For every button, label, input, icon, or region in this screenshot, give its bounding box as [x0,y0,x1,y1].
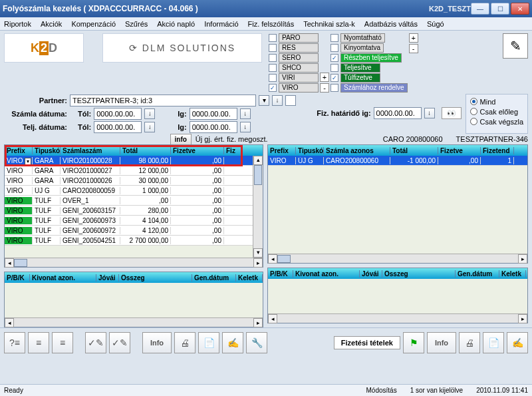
table-row[interactable]: VIROÚJ GCARO200800060-1 000,00,001 [268,156,527,166]
menu-akciók[interactable]: Akciók [41,20,62,28]
telj-ig-input[interactable] [190,121,237,133]
th-számlaszám[interactable]: Számlaszám [61,147,120,154]
checkbox-viri[interactable] [269,74,277,82]
th-keletk[interactable]: Keletk [499,270,526,278]
radio-mind[interactable] [470,98,477,105]
print-button-2[interactable]: 🖨 [459,332,480,353]
table-row[interactable]: VIROTÚLFOVER_1,00,00 [5,196,263,206]
table-row[interactable]: VIROTÚLFGENI_2006009734 104,00,00 [5,216,263,226]
checkbox-res[interactable] [269,44,277,52]
table-row[interactable]: VIROÚJ GCARO2008000591 000,00,00 [5,186,263,196]
tool-5[interactable]: ✓✎ [109,332,130,353]
tool-10[interactable]: 🔧 [246,332,267,353]
checkbox-sero[interactable] [269,54,277,62]
prefix-add-button[interactable]: + [320,73,329,82]
th-összeg[interactable]: Összeg [119,274,192,282]
table-row[interactable]: VIROGARAVIRO20100002630 000,00,00 [5,176,263,186]
szamla-ig-input[interactable] [190,108,237,120]
table-row[interactable]: VIROTÚLFGENI_2006009724 120,00,00 [5,226,263,236]
tool-14[interactable]: 📄 [483,332,504,353]
th-keletk[interactable]: Keletk [236,274,263,282]
th-prefix[interactable]: Prefix [5,147,33,154]
checkbox-viro[interactable]: ✓ [269,84,277,92]
th-p/b/k[interactable]: P/B/K [5,274,30,282]
checkbox-túlfizetve[interactable]: ✓ [331,74,338,82]
tool-8[interactable]: 📄 [198,332,219,353]
th-kivonat azon.[interactable]: Kivonat azon. [293,270,360,278]
tool-3[interactable]: ≡ [52,332,73,353]
table-row[interactable]: VIROTÚLFGENI_200603157280,00,00 [5,206,263,216]
right-bottom-hscroll[interactable]: ◂▸ [268,313,527,323]
checkbox-paro[interactable] [269,34,277,42]
menu-súgó[interactable]: Súgó [427,20,444,28]
th-jóvái[interactable]: Jóvái [360,270,382,278]
menu-adatbázis váltás[interactable]: Adatbázis váltás [364,20,418,28]
th-tipuskó[interactable]: Tipuskó [33,147,61,154]
table-row[interactable]: VIROGARAVIRO20100002712 000,00,00 [5,166,263,176]
status-add-button[interactable]: + [409,33,418,43]
info-button[interactable]: Info [142,332,172,353]
checkbox-részben teljesítve[interactable]: ✓ [331,54,338,62]
th-fizetend[interactable]: Fizetend [481,147,514,154]
checkbox-számlához rendelve[interactable] [331,84,338,92]
menu-információ[interactable]: Információ [204,20,238,28]
tool-15[interactable]: ✍ [507,332,528,353]
partner-dropdown[interactable]: ▾ [259,95,269,106]
th-fiz[interactable]: Fiz [224,147,243,154]
th-gen.dátum[interactable]: Gen.dátum [456,270,499,278]
minimize-button[interactable]: — [471,3,489,15]
table-row[interactable]: VIRO ▾GARAVIRO20100002898 000,00,00 [5,156,263,166]
th-fizetve[interactable]: Fizetve [438,147,481,154]
left-table-vscroll[interactable]: ▴ ▾ [253,156,263,258]
checkbox-nyomtatható[interactable] [331,34,338,42]
info-button-2[interactable]: Info [427,332,456,353]
th-fizetve[interactable]: Fizetve [171,147,224,154]
left-table-hscroll[interactable]: ◂▸ [5,258,263,267]
szamla-ig-picker[interactable]: ↓ [240,108,251,119]
info-button-small[interactable]: info [170,134,192,145]
szamla-tol-input[interactable] [94,108,142,120]
tool-9[interactable]: ✍ [222,332,243,353]
edit-button[interactable]: ✎ [503,33,528,59]
tool-2[interactable]: ≡ [28,332,49,353]
close-button[interactable]: ✕ [511,3,529,15]
menu-riportok[interactable]: Riportok [4,20,31,28]
menu-fiz. felszólítás[interactable]: Fiz. felszólítás [248,20,295,28]
fiz-hatarido-input[interactable] [374,107,422,119]
checkbox-teljesítve[interactable] [331,64,338,72]
th-gen.dátum[interactable]: Gen.dátum [192,274,236,282]
print-button[interactable]: 🖨 [174,332,196,353]
status-remove-button[interactable]: - [409,44,418,53]
partner-down-button[interactable]: ↓ [272,95,283,106]
fiz-hatarido-picker[interactable]: ↓ [424,108,435,118]
menu-kompenzáció[interactable]: Kompenzáció [71,20,116,28]
th-p/b/k[interactable]: P/B/K [268,270,293,278]
menu-szűrés[interactable]: Szűrés [125,20,148,28]
radio-eloleg[interactable] [470,108,477,115]
menu-akció napló[interactable]: Akció napló [157,20,195,28]
th-prefix[interactable]: Prefix [268,147,296,154]
left-bottom-hscroll[interactable]: ◂▸ [5,317,263,327]
th-tipuskó[interactable]: Tipuskó [296,147,324,154]
telj-ig-picker[interactable]: ↓ [240,122,251,132]
table-row[interactable]: VIROTÚLFGENI_2005042512 700 000,00,00 [5,236,263,246]
th-totál[interactable]: Totál [120,147,171,154]
th-összeg[interactable]: Összeg [382,270,456,278]
checkbox-shco[interactable] [269,64,277,72]
th-kivonat azon.[interactable]: Kivonat azon. [30,274,96,282]
tool-1[interactable]: ?≡ [4,332,25,353]
menu-technikai szla-k[interactable]: Technikai szla-k [303,20,355,28]
telj-tol-picker[interactable]: ↓ [144,122,155,132]
tool-4[interactable]: ✓✎ [85,332,106,353]
flag-button[interactable]: ⚑ [403,332,424,353]
th-számla azonos[interactable]: Számla azonos [324,147,390,154]
right-table-hscroll[interactable]: ◂▸ [268,254,527,263]
telj-tol-input[interactable] [94,121,142,133]
th-jóvái[interactable]: Jóvái [96,274,119,282]
th-totál[interactable]: Totál [390,147,438,154]
partner-clear[interactable] [285,95,296,106]
maximize-button[interactable]: ☐ [491,3,509,15]
checkbox-kinyomtatva[interactable] [331,44,338,52]
eye-button[interactable]: 👀 [442,107,462,119]
radio-vegszla[interactable] [470,118,477,125]
